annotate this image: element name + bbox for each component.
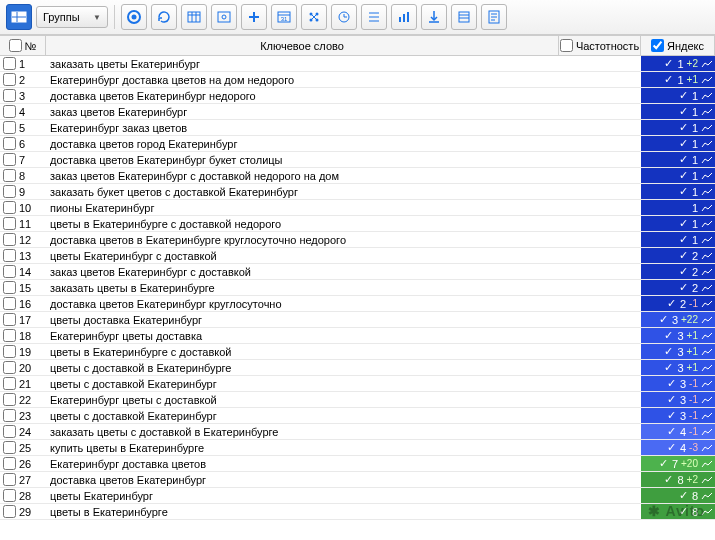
row-checkbox[interactable] [3, 217, 16, 230]
groups-dropdown[interactable]: Группы ▼ [36, 6, 108, 28]
tool-calendar-icon[interactable]: 31 [271, 4, 297, 30]
row-yandex[interactable]: ✓ 1 [641, 168, 715, 183]
row-checkbox[interactable] [3, 121, 16, 134]
select-all-checkbox[interactable] [9, 39, 22, 52]
yandex-checkbox[interactable] [651, 39, 664, 52]
row-checkbox[interactable] [3, 425, 16, 438]
row-yandex[interactable]: ✓ 3 +1 [641, 360, 715, 375]
row-checkbox[interactable] [3, 393, 16, 406]
row-yandex[interactable]: ✓ 1 [641, 88, 715, 103]
row-yandex[interactable]: ✓ 1 [641, 184, 715, 199]
row-yandex[interactable]: ✓ 3 -1 [641, 408, 715, 423]
row-yandex[interactable]: ✓ 1 [641, 216, 715, 231]
header-frequency[interactable]: Частотность [559, 36, 641, 55]
table-row[interactable]: 4 заказ цветов Екатеринбург ✓ 1 [0, 104, 715, 120]
row-checkbox[interactable] [3, 153, 16, 166]
tool-chrome-icon[interactable] [121, 4, 147, 30]
tool-export-icon[interactable] [451, 4, 477, 30]
row-yandex[interactable]: ✓ 1 [641, 120, 715, 135]
table-row[interactable]: 10 пионы Екатеринбург 1 [0, 200, 715, 216]
row-yandex[interactable]: ✓ 7 +20 [641, 456, 715, 471]
table-row[interactable]: 12 доставка цветов в Екатеринбурге кругл… [0, 232, 715, 248]
row-checkbox[interactable] [3, 137, 16, 150]
table-row[interactable]: 11 цветы в Екатеринбурге с доставкой нед… [0, 216, 715, 232]
row-checkbox[interactable] [3, 457, 16, 470]
table-row[interactable]: 18 Екатеринбург цветы доставка ✓ 3 +1 [0, 328, 715, 344]
table-row[interactable]: 16 доставка цветов Екатеринбург круглосу… [0, 296, 715, 312]
tool-refresh-icon[interactable] [151, 4, 177, 30]
freq-checkbox[interactable] [560, 39, 573, 52]
row-yandex[interactable]: ✓ 3 +22 [641, 312, 715, 327]
row-yandex[interactable]: ✓ 2 -1 [641, 296, 715, 311]
table-row[interactable]: 15 заказать цветы в Екатеринбурге ✓ 2 [0, 280, 715, 296]
tool-clock-icon[interactable] [331, 4, 357, 30]
row-yandex[interactable]: ✓ 8 +2 [641, 472, 715, 487]
table-row[interactable]: 14 заказ цветов Екатеринбург с доставкой… [0, 264, 715, 280]
header-yandex[interactable]: Яндекс [641, 36, 715, 55]
row-checkbox[interactable] [3, 377, 16, 390]
tool-download-icon[interactable] [421, 4, 447, 30]
row-yandex[interactable]: ✓ 1 [641, 136, 715, 151]
row-yandex[interactable]: ✓ 4 -1 [641, 424, 715, 439]
tool-list-icon[interactable] [361, 4, 387, 30]
row-yandex[interactable]: ✓ 2 [641, 280, 715, 295]
row-yandex[interactable]: ✓ 1 [641, 152, 715, 167]
row-checkbox[interactable] [3, 473, 16, 486]
row-checkbox[interactable] [3, 185, 16, 198]
row-yandex[interactable]: ✓ 3 +1 [641, 344, 715, 359]
row-checkbox[interactable] [3, 265, 16, 278]
row-checkbox[interactable] [3, 105, 16, 118]
table-row[interactable]: 7 доставка цветов Екатеринбург букет сто… [0, 152, 715, 168]
row-yandex[interactable]: ✓ 4 -3 [641, 440, 715, 455]
row-checkbox[interactable] [3, 345, 16, 358]
tool-barchart-icon[interactable] [391, 4, 417, 30]
row-yandex[interactable]: ✓ 3 -1 [641, 376, 715, 391]
row-checkbox[interactable] [3, 297, 16, 310]
table-row[interactable]: 28 цветы Екатеринбург ✓ 8 [0, 488, 715, 504]
table-row[interactable]: 26 Екатеринбург доставка цветов ✓ 7 +20 [0, 456, 715, 472]
table-row[interactable]: 29 цветы в Екатеринбурге ✓ 8 [0, 504, 715, 520]
table-row[interactable]: 2 Екатеринбург доставка цветов на дом не… [0, 72, 715, 88]
tool-settings-icon[interactable] [211, 4, 237, 30]
tool-report-icon[interactable] [481, 4, 507, 30]
tool-add-icon[interactable] [241, 4, 267, 30]
table-row[interactable]: 27 доставка цветов Екатеринбург ✓ 8 +2 [0, 472, 715, 488]
table-row[interactable]: 6 доставка цветов город Екатеринбург ✓ 1 [0, 136, 715, 152]
table-row[interactable]: 25 купить цветы в Екатеринбурге ✓ 4 -3 [0, 440, 715, 456]
table-row[interactable]: 5 Екатеринбург заказ цветов ✓ 1 [0, 120, 715, 136]
table-row[interactable]: 23 цветы с доставкой Екатеринбург ✓ 3 -1 [0, 408, 715, 424]
row-yandex[interactable]: ✓ 2 [641, 264, 715, 279]
header-keyword[interactable]: Ключевое слово [46, 36, 559, 55]
table-row[interactable]: 22 Екатеринбург цветы с доставкой ✓ 3 -1 [0, 392, 715, 408]
tool-view-grid[interactable] [6, 4, 32, 30]
row-yandex[interactable]: ✓ 2 [641, 248, 715, 263]
table-row[interactable]: 24 заказать цветы с доставкой в Екатерин… [0, 424, 715, 440]
table-row[interactable]: 17 цветы доставка Екатеринбург ✓ 3 +22 [0, 312, 715, 328]
row-checkbox[interactable] [3, 329, 16, 342]
table-row[interactable]: 19 цветы в Екатеринбурге с доставкой ✓ 3… [0, 344, 715, 360]
table-row[interactable]: 1 заказать цветы Екатеринбург ✓ 1 +2 [0, 56, 715, 72]
row-checkbox[interactable] [3, 361, 16, 374]
row-yandex[interactable]: 1 [641, 200, 715, 215]
table-row[interactable]: 20 цветы с доставкой в Екатеринбурге ✓ 3… [0, 360, 715, 376]
row-yandex[interactable]: ✓ 1 [641, 232, 715, 247]
row-checkbox[interactable] [3, 505, 16, 518]
row-yandex[interactable]: ✓ 3 +1 [641, 328, 715, 343]
table-row[interactable]: 13 цветы Екатеринбург с доставкой ✓ 2 [0, 248, 715, 264]
row-yandex[interactable]: ✓ 1 +1 [641, 72, 715, 87]
row-checkbox[interactable] [3, 409, 16, 422]
row-checkbox[interactable] [3, 313, 16, 326]
table-row[interactable]: 3 доставка цветов Екатеринбург недорого … [0, 88, 715, 104]
row-checkbox[interactable] [3, 441, 16, 454]
tool-cluster-icon[interactable] [301, 4, 327, 30]
table-row[interactable]: 21 цветы с доставкой Екатеринбург ✓ 3 -1 [0, 376, 715, 392]
header-num[interactable]: № [0, 36, 46, 55]
tool-table-icon[interactable] [181, 4, 207, 30]
table-row[interactable]: 8 заказ цветов Екатеринбург с доставкой … [0, 168, 715, 184]
row-yandex[interactable]: ✓ 8 [641, 488, 715, 503]
row-checkbox[interactable] [3, 281, 16, 294]
row-yandex[interactable]: ✓ 3 -1 [641, 392, 715, 407]
row-checkbox[interactable] [3, 201, 16, 214]
row-checkbox[interactable] [3, 233, 16, 246]
row-checkbox[interactable] [3, 89, 16, 102]
